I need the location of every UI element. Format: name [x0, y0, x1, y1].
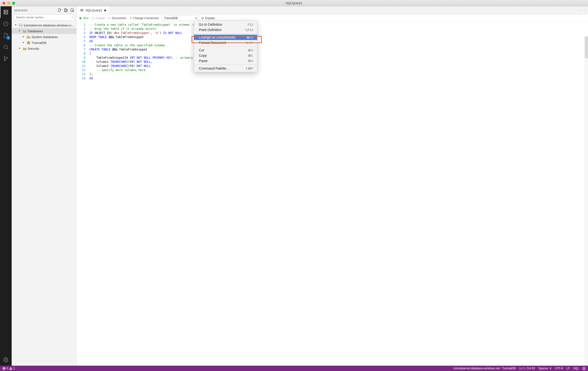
server-search-input[interactable] — [14, 15, 74, 20]
close-window-button[interactable] — [2, 2, 5, 5]
svg-rect-22 — [81, 10, 82, 10]
git-branch-icon — [3, 56, 9, 62]
explain-icon — [201, 17, 204, 20]
tab-bar: SQLQuery1 · · · — [77, 6, 588, 15]
svg-rect-19 — [19, 25, 22, 27]
sidebar-title: SERVERS — [14, 9, 28, 12]
status-problems[interactable]: 0 1 — [2, 367, 15, 370]
editor-overflow-button[interactable]: · · · — [576, 6, 588, 14]
folder-icon — [22, 29, 26, 33]
menu-peek-definition[interactable]: Peek Definition⌥F12 — [194, 27, 257, 32]
code-editor[interactable]: 1 2 3 4 5 6 7 8 9 10 11 12 13 14 -- Crea… — [77, 22, 588, 366]
change-connection-button[interactable]: Change Connection — [129, 17, 159, 20]
status-encoding[interactable]: UTF-8 — [555, 367, 563, 370]
folder-icon — [26, 35, 30, 39]
menu-format-document[interactable]: Format Document⌥⇧F — [194, 40, 257, 45]
activity-settings-button[interactable] — [0, 354, 12, 366]
svg-rect-24 — [81, 10, 83, 11]
tab-label: SQLQuery1 — [85, 9, 102, 12]
status-feedback-button[interactable] — [582, 367, 586, 370]
run-button[interactable]: Run — [79, 17, 89, 20]
menu-separator — [194, 64, 257, 65]
editor-context-menu: Go to DefinitionF12 Peek Definition⌥F12 … — [194, 20, 257, 72]
tree-label: Security — [28, 47, 39, 50]
menu-copy[interactable]: Copy⌘C — [194, 53, 257, 58]
tree-tutorialdb-node[interactable]: TutorialDB — [12, 40, 76, 46]
menu-paste[interactable]: Paste⌘V — [194, 58, 257, 63]
explorer-badge: 1 — [6, 36, 10, 40]
activity-source-control-button[interactable] — [0, 53, 12, 64]
new-connection-button[interactable] — [58, 8, 62, 13]
tree-system-databases-node[interactable]: System Databases — [12, 34, 76, 40]
clear-search-button[interactable]: × — [71, 16, 73, 19]
new-server-group-button[interactable] — [64, 8, 68, 13]
title-bar: SQLQuery1 — [0, 0, 588, 6]
menu-separator — [194, 46, 257, 47]
folder-icon — [22, 47, 26, 50]
activity-servers-button[interactable] — [0, 6, 12, 18]
disconnect-button[interactable]: Disconnect — [107, 17, 126, 20]
server-icon — [19, 23, 22, 27]
editor-tab-sqlquery1[interactable]: SQLQuery1 — [77, 6, 110, 14]
error-icon — [2, 367, 6, 370]
svg-point-36 — [584, 368, 585, 368]
tree-label: tutorialserver.database.windows.n… — [24, 23, 74, 27]
line-gutter: 1 2 3 4 5 6 7 8 9 10 11 12 13 14 — [77, 22, 88, 366]
scroll-thumb[interactable] — [585, 36, 588, 58]
tree-server-node[interactable]: tutorialserver.database.windows.n… — [12, 22, 76, 28]
menu-command-palette[interactable]: Command Palette…⇧⌘P — [194, 66, 257, 71]
servers-sidebar: SERVERS × tutorialserver.database.window… — [12, 6, 77, 366]
query-toolbar: Run Cancel Disconnect Change Connection … — [77, 15, 588, 22]
status-cursor-position[interactable]: Ln 1, Col 63 — [519, 367, 535, 370]
caret-down-icon: ▾ — [195, 17, 197, 20]
stop-icon — [92, 17, 94, 20]
disconnect-icon — [107, 17, 110, 20]
show-connections-button[interactable] — [70, 8, 74, 13]
search-icon — [3, 44, 9, 50]
change-connection-icon — [129, 17, 132, 20]
play-icon — [79, 17, 82, 20]
clock-icon — [3, 21, 9, 27]
status-indentation[interactable]: Spaces: 4 — [538, 367, 551, 370]
status-connection[interactable]: tutorialserver.database.windows.net : Tu… — [453, 367, 516, 370]
svg-point-10 — [5, 359, 7, 361]
database-select-value: TutorialDB — [164, 17, 178, 20]
zoom-window-button[interactable] — [12, 2, 15, 5]
status-language[interactable]: SQL — [573, 367, 579, 370]
menu-cut[interactable]: Cut⌘X — [194, 48, 257, 53]
svg-marker-25 — [80, 17, 82, 20]
database-icon — [26, 41, 30, 44]
explain-button[interactable]: Explain — [201, 17, 215, 20]
tree-security-node[interactable]: Security — [12, 46, 76, 51]
server-tree: tutorialserver.database.windows.n… Datab… — [12, 22, 76, 52]
code-content[interactable]: -- Create a new table called 'TableFromS… — [88, 22, 588, 366]
smiley-icon — [582, 367, 586, 370]
file-icon — [80, 8, 84, 12]
tree-databases-node[interactable]: Databases — [12, 28, 76, 34]
svg-point-8 — [4, 60, 5, 61]
menu-change-all-occurrences[interactable]: Change All Occurrences⌘F2 — [194, 35, 257, 40]
status-eol[interactable]: LF — [567, 367, 570, 370]
activity-search-button[interactable] — [0, 41, 12, 53]
minimize-window-button[interactable] — [7, 2, 10, 5]
cancel-button: Cancel — [92, 17, 105, 20]
tab-dirty-indicator — [104, 10, 106, 11]
activity-bar: 1 — [0, 6, 12, 366]
tree-label: System Databases — [32, 35, 58, 39]
svg-point-17 — [72, 10, 74, 12]
editor-area: SQLQuery1 · · · Run Cancel Disconnect C — [77, 6, 588, 366]
server-icon — [3, 9, 9, 15]
activity-explorer-button[interactable]: 1 — [0, 30, 12, 41]
editor-scrollbar[interactable] — [585, 36, 588, 366]
menu-go-to-definition[interactable]: Go to DefinitionF12 — [194, 22, 257, 27]
svg-point-9 — [7, 57, 8, 58]
menu-separator — [194, 33, 257, 34]
svg-rect-26 — [92, 17, 94, 19]
tree-label: TutorialDB — [32, 41, 46, 45]
database-select[interactable]: TutorialDB ▾ — [162, 16, 198, 21]
svg-point-35 — [583, 368, 584, 368]
activity-task-history-button[interactable] — [0, 18, 12, 30]
status-bar: 0 1 tutorialserver.database.windows.net … — [0, 366, 588, 371]
svg-point-34 — [583, 367, 585, 370]
tree-label: Databases — [28, 29, 43, 33]
